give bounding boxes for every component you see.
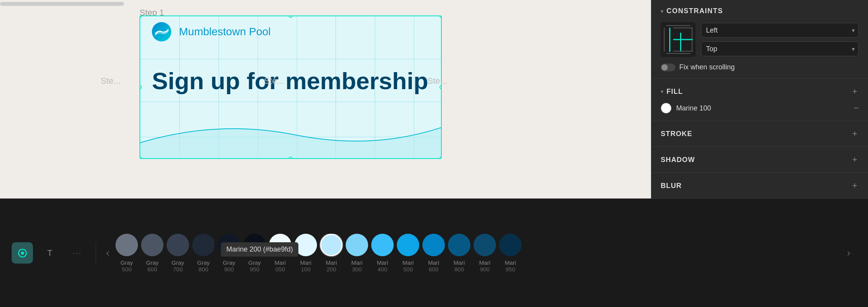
nav-left-icon: ‹	[106, 247, 110, 259]
color-swatch-700[interactable]: Gray700	[167, 234, 189, 273]
swatch-circle-400	[371, 234, 394, 256]
constraints-chevron[interactable]: ▾	[661, 8, 663, 14]
faded-step-1: Ste...	[101, 76, 121, 86]
horizontal-constraint-select[interactable]: Left Right Left and Right Center Scale	[701, 23, 859, 38]
swatch-label-200: Mari200	[326, 259, 337, 273]
toggle-knob	[661, 64, 668, 71]
frame-header: Mumblestown Pool	[140, 16, 441, 47]
wave-svg	[140, 112, 442, 158]
blur-section: BLUR +	[651, 173, 868, 198]
swatch-label-950: Mari950	[505, 259, 516, 273]
fill-title: FILL	[666, 88, 683, 96]
vertical-constraint-select[interactable]: Top Bottom Top and Bottom Center Scale	[701, 41, 859, 56]
stroke-add-button[interactable]: +	[851, 128, 859, 140]
scroll-thumb[interactable]	[0, 2, 124, 6]
nav-right-icon: ›	[847, 247, 851, 259]
fill-add-button[interactable]: +	[851, 86, 859, 97]
constraint-selects: Left Right Left and Right Center Scale ▾…	[701, 23, 859, 56]
swatch-circle-600	[422, 234, 445, 256]
swatch-label-500: Mari500	[402, 259, 413, 273]
swatch-circle-300	[346, 234, 368, 256]
text-tool-button[interactable]: T	[39, 242, 60, 264]
swatch-label-300: Mari300	[351, 259, 362, 273]
color-swatch-200[interactable]: Mari200	[320, 234, 343, 273]
horiz-teal-line	[673, 39, 693, 40]
fix-scroll-row: Fix when scrolling	[661, 63, 859, 71]
blur-section-header: BLUR +	[661, 180, 859, 191]
stroke-title: STROKE	[661, 130, 692, 138]
fill-swatch[interactable]	[661, 103, 672, 114]
bottom-indicator	[673, 51, 693, 52]
color-swatch-950[interactable]: Gray950	[243, 234, 266, 273]
vert-teal-line	[669, 28, 670, 52]
design-frame: Mumblestown Pool Sign up for membership	[140, 16, 442, 159]
color-swatch-800[interactable]: Mari800	[448, 234, 470, 273]
swatch-circle-900	[218, 234, 240, 256]
swatch-label-800: Gray800	[197, 259, 210, 273]
color-swatch-050[interactable]: Mari050	[269, 234, 291, 273]
constraints-title: CONSTRAINTS	[666, 7, 723, 15]
swatch-label-050: Mari050	[274, 259, 286, 273]
fill-chevron[interactable]: ▾	[661, 88, 663, 95]
corner-handle-bm[interactable]	[289, 157, 293, 159]
color-swatch-600[interactable]: Gray600	[141, 234, 164, 273]
swatch-circle-050	[269, 234, 291, 256]
cross-border-b	[666, 53, 691, 54]
bottom-tools: T ···	[12, 242, 96, 264]
color-swatch-950[interactable]: Mari950	[499, 234, 522, 273]
fill-section: ▾ FILL + Marine 100 −	[651, 79, 868, 121]
fill-section-header: ▾ FILL +	[661, 86, 859, 97]
nav-left-button[interactable]: ‹	[100, 245, 115, 261]
faded-steps: Ste... Ste... Ste...	[101, 76, 651, 86]
color-swatches-container: Gray500Gray600Gray700Gray800Gray900Gray9…	[115, 234, 841, 273]
color-swatch-600[interactable]: Mari600	[422, 234, 445, 273]
logo-circle	[152, 22, 171, 41]
nav-right-button[interactable]: ›	[841, 245, 856, 261]
swatch-circle-900	[474, 234, 496, 256]
canvas-area: Step 1	[0, 0, 651, 198]
shadow-title: SHADOW	[661, 156, 695, 164]
fix-scroll-toggle[interactable]	[661, 64, 675, 71]
shadow-section: SHADOW +	[651, 147, 868, 173]
more-tool-button[interactable]: ···	[67, 242, 88, 264]
vertical-constraint-wrapper[interactable]: Top Bottom Top and Bottom Center Scale ▾	[701, 41, 859, 56]
svg-point-1	[21, 252, 24, 255]
color-swatch-100[interactable]: Mari100	[294, 234, 317, 273]
swatch-circle-700	[167, 234, 189, 256]
constraint-controls: Left Right Left and Right Center Scale ▾…	[661, 22, 859, 57]
color-swatch-900[interactable]: Mari900	[474, 234, 496, 273]
constraints-section: ▾ CONSTRAINTS	[651, 0, 868, 79]
cross-border-t	[666, 25, 691, 26]
swatch-circle-100	[294, 234, 317, 256]
swatch-label-900: Mari900	[479, 259, 490, 273]
horizontal-constraint-wrapper[interactable]: Left Right Left and Right Center Scale ▾	[701, 23, 859, 38]
fill-remove-button[interactable]: −	[854, 103, 859, 113]
circle-tool-button[interactable]	[12, 242, 33, 264]
blur-add-button[interactable]: +	[851, 180, 859, 191]
bottom-bar: T ··· ‹ Gray500Gray600Gray700Gray800Gray…	[0, 198, 868, 307]
color-swatch-800[interactable]: Gray800	[192, 234, 215, 273]
color-swatch-500[interactable]: Mari500	[397, 234, 419, 273]
swatch-circle-500	[115, 234, 138, 256]
swatch-label-950: Gray950	[248, 259, 261, 273]
swatch-circle-500	[397, 234, 419, 256]
site-name: Mumblestown Pool	[179, 26, 271, 38]
swatch-label-600: Gray600	[146, 259, 159, 273]
top-indicator	[673, 28, 693, 28]
swatch-circle-950	[243, 234, 266, 256]
swatch-label-500: Gray500	[121, 259, 133, 273]
fix-scroll-label: Fix when scrolling	[679, 63, 735, 71]
fill-name: Marine 100	[676, 104, 849, 112]
swatch-circle-950	[499, 234, 522, 256]
color-swatch-900[interactable]: Gray900	[218, 234, 240, 273]
color-swatch-400[interactable]: Mari400	[371, 234, 394, 273]
stroke-section: STROKE +	[651, 121, 868, 147]
corner-handle-br[interactable]	[439, 157, 442, 159]
constraints-header: ▾ CONSTRAINTS	[661, 7, 859, 15]
stroke-section-header: STROKE +	[661, 128, 859, 140]
shadow-add-button[interactable]: +	[851, 154, 859, 166]
scroll-bar[interactable]	[0, 0, 651, 8]
faded-step-3: Ste...	[427, 76, 447, 86]
color-swatch-300[interactable]: Mari300	[346, 234, 368, 273]
color-swatch-500[interactable]: Gray500	[115, 234, 138, 273]
